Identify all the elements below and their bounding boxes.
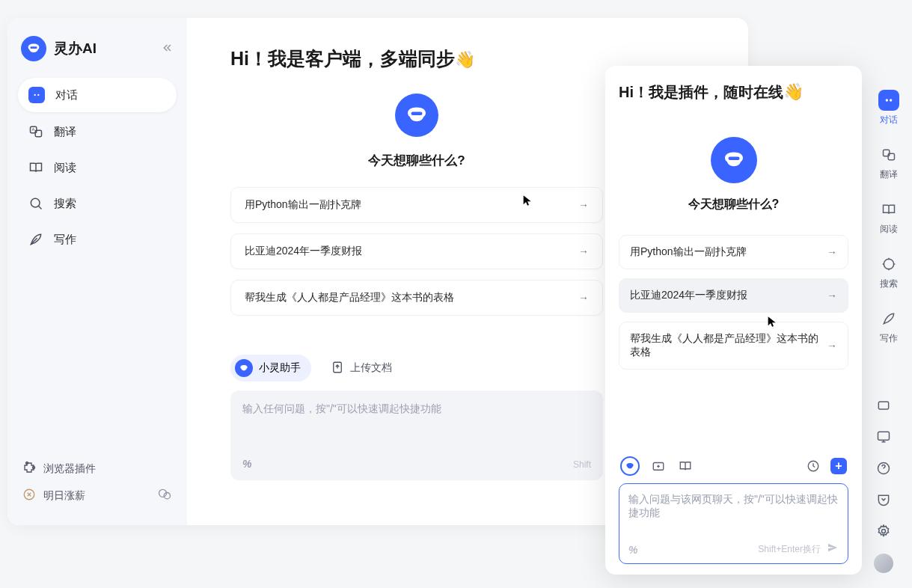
sidebar: 灵办AI 对话 A 翻译 阅读 (7, 18, 187, 525)
rail-label: 写作 (880, 332, 898, 345)
wechat-icon[interactable] (157, 487, 172, 504)
nav-label: 翻译 (54, 125, 76, 139)
feather-icon (878, 308, 899, 329)
translate-icon (878, 144, 899, 165)
book-icon (878, 199, 899, 220)
rail-item-read[interactable]: 阅读 (878, 199, 899, 236)
brand-logo (21, 36, 46, 61)
promo-link[interactable]: 明日涨薪 (22, 487, 172, 504)
nav-item-search[interactable]: 搜索 (18, 187, 177, 220)
client-suggestions: 用Python输出一副扑克牌 → 比亚迪2024年一季度财报 → 帮我生成《人人… (230, 187, 603, 316)
svg-point-18 (890, 99, 892, 101)
suggestion-text: 比亚迪2024年一季度财报 (630, 289, 747, 302)
assistant-chip[interactable]: 小灵助手 (230, 355, 311, 382)
assistant-logo-icon (235, 359, 253, 377)
rail-label: 对话 (880, 114, 898, 126)
rail-item-chat[interactable]: 对话 (878, 90, 899, 126)
arrow-right-icon: → (578, 292, 589, 304)
upload-doc-button[interactable]: 上传文档 (331, 361, 392, 376)
rail-label: 阅读 (880, 223, 898, 236)
browser-plugin-link[interactable]: 浏览器插件 (22, 461, 172, 477)
nav-label: 阅读 (54, 161, 76, 175)
book-open-icon[interactable] (677, 458, 694, 474)
right-rail: 对话 翻译 阅读 搜索 写作 (868, 90, 910, 345)
plugin-suggestion-item[interactable]: 用Python输出一副扑克牌 → (619, 235, 848, 269)
translate-icon: A (28, 124, 43, 139)
plugin-suggestion-item[interactable]: 比亚迪2024年一季度财报 → (619, 278, 848, 313)
suggestion-item[interactable]: 帮我生成《人人都是产品经理》这本书的表格 → (230, 280, 603, 316)
plugin-suggestion-item[interactable]: 帮我生成《人人都是产品经理》这本书的表格 → (619, 322, 848, 370)
brand: 灵办AI (18, 31, 177, 78)
hero-logo (395, 94, 438, 137)
wave-emoji: 👋 (455, 50, 475, 70)
sidebar-bottom: 浏览器插件 明日涨薪 (18, 453, 177, 512)
suggestion-text: 比亚迪2024年一季度财报 (245, 245, 362, 258)
nav-item-write[interactable]: 写作 (18, 223, 177, 256)
book-icon (28, 160, 43, 175)
client-hero: 今天想聊些什么? (230, 94, 603, 169)
suggestion-text: 用Python输出一副扑克牌 (245, 198, 361, 212)
client-title-text: Hi！我是客户端，多端同步 (230, 48, 455, 69)
plugin-window: Hi！我是插件，随时在线👋 今天想聊些什么? 用Python输出一副扑克牌 → … (605, 66, 862, 575)
wave-emoji: 👋 (783, 82, 804, 102)
help-icon[interactable] (875, 459, 893, 477)
browser-plugin-label: 浏览器插件 (43, 462, 96, 476)
upload-label: 上传文档 (350, 361, 392, 375)
svg-point-6 (31, 198, 40, 207)
svg-point-25 (882, 530, 886, 533)
svg-rect-22 (878, 402, 888, 409)
slash-icon: % (628, 544, 637, 556)
user-avatar[interactable] (874, 554, 893, 573)
input-placeholder: 输入任何问题，按"/"可以快速调起快捷功能 (242, 402, 441, 414)
svg-point-17 (886, 99, 888, 101)
brand-title: 灵办AI (54, 39, 97, 58)
promo-label: 明日涨薪 (43, 489, 85, 503)
nav-item-chat[interactable]: 对话 (18, 78, 177, 112)
plugin-assistant-icon[interactable] (620, 456, 640, 476)
plugin-title: Hi！我是插件，随时在线👋 (619, 82, 848, 102)
search-icon (28, 196, 43, 211)
shift-hint: Shift+Enter换行 (758, 543, 821, 556)
svg-text:A: A (32, 127, 35, 132)
rail-item-translate[interactable]: 翻译 (878, 144, 899, 181)
settings-icon[interactable] (875, 522, 893, 540)
shift-hint: Shift (573, 459, 591, 470)
client-input[interactable]: 输入任何问题，按"/"可以快速调起快捷功能 % Shift (230, 391, 603, 480)
plugin-title-text: Hi！我是插件，随时在线 (619, 84, 783, 100)
collapse-icon[interactable] (162, 42, 174, 56)
svg-point-2 (37, 94, 39, 96)
svg-rect-0 (30, 46, 37, 49)
suggestion-item[interactable]: 比亚迪2024年一季度财报 → (230, 233, 603, 269)
suggestion-item[interactable]: 用Python输出一副扑克牌 → (230, 187, 603, 223)
rail-item-write[interactable]: 写作 (878, 308, 899, 345)
window-icon[interactable] (875, 396, 893, 414)
chat-icon (28, 87, 45, 103)
monitor-icon[interactable] (875, 428, 893, 446)
plugin-toolbar: + (619, 452, 848, 483)
nav-label: 对话 (55, 88, 78, 102)
arrow-right-icon: → (827, 246, 837, 258)
assistant-row: 小灵助手 上传文档 (230, 355, 603, 382)
history-icon[interactable] (805, 458, 821, 474)
new-chat-button[interactable]: + (830, 458, 847, 474)
hero-question: 今天想聊些什么? (368, 152, 465, 169)
rail-bottom (874, 396, 893, 573)
pocket-icon[interactable] (875, 491, 893, 509)
nav-item-read[interactable]: 阅读 (18, 151, 177, 184)
search-target-icon (878, 254, 899, 275)
input-placeholder: 输入问题与该网页聊天，按"/"可以快速调起快捷功能 (628, 493, 838, 518)
nav-item-translate[interactable]: A 翻译 (18, 115, 177, 148)
svg-point-1 (34, 94, 36, 96)
send-icon[interactable] (827, 542, 839, 556)
suggestion-text: 帮我生成《人人都是产品经理》这本书的表格 (245, 291, 454, 304)
plugin-input[interactable]: 输入问题与该网页聊天，按"/"可以快速调起快捷功能 % Shift+Enter换… (619, 483, 848, 564)
upload-icon (331, 361, 344, 376)
arrow-right-icon: → (578, 199, 589, 211)
rail-item-search[interactable]: 搜索 (878, 254, 899, 290)
rail-label: 搜索 (880, 278, 898, 290)
new-folder-icon[interactable] (650, 458, 667, 474)
puzzle-icon (22, 461, 36, 477)
nav-label: 写作 (54, 233, 76, 247)
arrow-right-icon: → (827, 340, 837, 352)
svg-point-21 (884, 259, 893, 269)
